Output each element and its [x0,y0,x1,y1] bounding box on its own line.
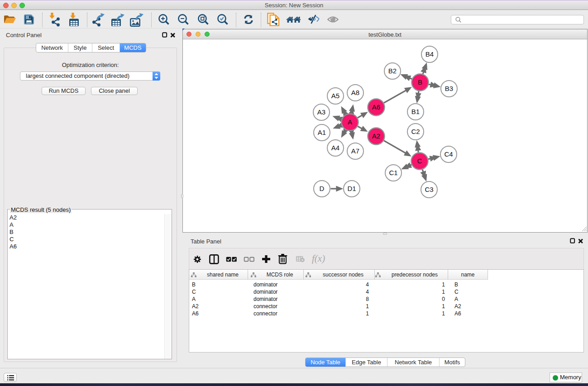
svg-text:C1: C1 [389,169,397,176]
svg-text:B2: B2 [388,67,397,75]
svg-text:B3: B3 [445,85,453,92]
svg-text:C3: C3 [425,186,433,193]
svg-text:D: D [320,185,325,192]
svg-text:B4: B4 [425,50,434,58]
svg-text:A3: A3 [317,108,325,116]
svg-text:B1: B1 [411,108,420,115]
svg-text:A1: A1 [318,129,326,136]
svg-text:A4: A4 [331,144,339,152]
svg-text:A6: A6 [372,103,380,111]
svg-text:D1: D1 [347,185,356,192]
svg-text:A8: A8 [351,89,359,96]
svg-text:C4: C4 [444,150,453,158]
svg-text:A2: A2 [372,132,380,140]
svg-text:A5: A5 [331,92,339,100]
svg-text:C2: C2 [411,128,420,135]
svg-text:B: B [418,78,422,86]
svg-text:A7: A7 [351,147,359,155]
svg-text:C: C [417,157,422,165]
svg-text:A: A [348,118,352,126]
